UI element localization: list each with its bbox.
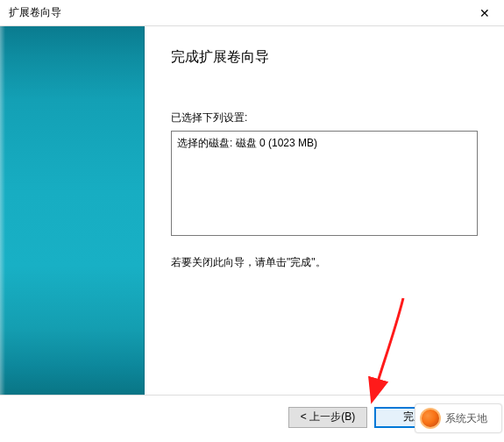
wizard-content: 完成扩展卷向导 已选择下列设置: 选择的磁盘: 磁盘 0 (1023 MB) 若… [0, 26, 504, 395]
selected-settings-label: 已选择下列设置: [171, 110, 478, 125]
list-item: 选择的磁盘: 磁盘 0 (1023 MB) [177, 135, 472, 151]
watermark-badge: 系统天地 [415, 403, 502, 433]
title-bar: 扩展卷向导 ✕ [0, 0, 504, 26]
page-title: 完成扩展卷向导 [171, 48, 478, 67]
close-icon: ✕ [479, 6, 490, 20]
back-button[interactable]: < 上一步(B) [288, 407, 367, 428]
wizard-side-graphic [0, 26, 145, 395]
finish-hint: 若要关闭此向导，请单击"完成"。 [171, 255, 478, 270]
watermark-logo-icon [420, 408, 441, 429]
close-button[interactable]: ✕ [465, 0, 504, 26]
wizard-main-panel: 完成扩展卷向导 已选择下列设置: 选择的磁盘: 磁盘 0 (1023 MB) 若… [145, 26, 504, 395]
window-title: 扩展卷向导 [9, 5, 61, 20]
settings-listbox[interactable]: 选择的磁盘: 磁盘 0 (1023 MB) [171, 131, 478, 236]
watermark-text: 系统天地 [445, 411, 487, 426]
back-button-label: < 上一步(B) [301, 410, 355, 424]
